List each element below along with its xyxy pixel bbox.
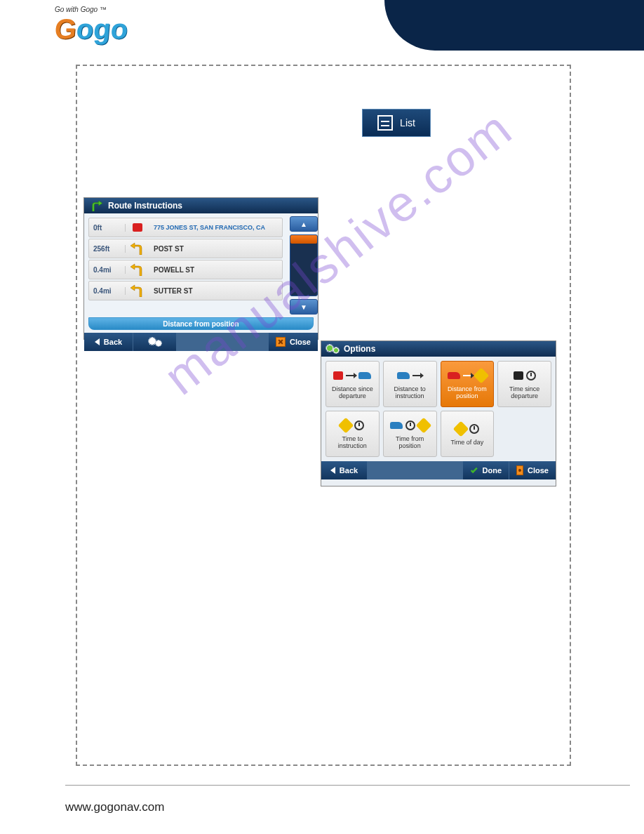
close-icon xyxy=(276,337,286,347)
option-label: Distance from position xyxy=(443,386,492,400)
list-icon xyxy=(377,115,393,131)
route-panel-title-bar: Route Instructions xyxy=(84,198,318,213)
route-row-distance: 256ft xyxy=(89,245,126,253)
car-icon xyxy=(358,372,371,379)
list-button-label: List xyxy=(400,117,415,128)
option-time-since-departure[interactable]: Time since departure xyxy=(497,361,551,407)
route-instructions-list: 0ft 775 JONES ST, SAN FRANCISCO, CA 256f… xyxy=(84,213,287,317)
gear-icon xyxy=(149,338,161,345)
close-label: Close xyxy=(528,466,549,475)
settings-button[interactable] xyxy=(133,333,177,351)
clock-icon xyxy=(526,371,536,380)
arrow-icon xyxy=(346,375,356,376)
route-row[interactable]: 256ft POST ST xyxy=(88,239,283,258)
route-row-distance: 0.4mi xyxy=(89,287,126,295)
logo-tagline: Go with Gogo ™ xyxy=(55,6,167,13)
close-icon xyxy=(516,465,523,475)
check-icon xyxy=(470,465,478,475)
sign-icon xyxy=(416,418,432,434)
option-label: Time of day xyxy=(451,439,484,446)
route-row[interactable]: 0.4mi SUTTER ST xyxy=(88,281,283,300)
route-row-name: SUTTER ST xyxy=(149,287,282,295)
back-label: Back xyxy=(104,338,122,346)
option-time-to-instruction[interactable]: Time to instruction xyxy=(326,411,380,457)
route-row-distance: 0.4mi xyxy=(89,266,126,274)
scroll-up-button[interactable]: ▲ xyxy=(290,216,318,232)
back-button[interactable]: Back xyxy=(321,461,368,479)
option-distance-since-departure[interactable]: Distance since departure xyxy=(326,361,380,407)
route-scrollbar: ▲ ▼ xyxy=(287,213,318,317)
scroll-down-button[interactable]: ▼ xyxy=(290,299,318,315)
route-instructions-panel: Route Instructions 0ft 775 JONES ST, SAN… xyxy=(83,197,318,340)
options-panel-title: Options xyxy=(344,344,375,354)
clock-icon xyxy=(469,424,479,434)
back-label: Back xyxy=(340,466,358,475)
option-time-of-day[interactable]: Time of day xyxy=(441,411,495,457)
car-icon xyxy=(397,372,410,379)
route-row[interactable]: 0.4mi POWELL ST xyxy=(88,260,283,279)
turn-left-icon xyxy=(126,284,149,297)
footer-divider xyxy=(65,785,630,786)
option-label: Distance since departure xyxy=(328,386,377,400)
brand-logo: Go with Gogo ™ Gogo xyxy=(55,6,167,49)
option-distance-to-instruction[interactable]: Distance to instruction xyxy=(383,361,437,407)
option-label: Time from position xyxy=(385,436,435,450)
close-button[interactable]: Close xyxy=(269,333,318,351)
sign-icon xyxy=(453,421,469,437)
options-panel-title-bar: Options xyxy=(321,341,556,357)
destination-flag-icon xyxy=(126,223,149,232)
route-row[interactable]: 0ft 775 JONES ST, SAN FRANCISCO, CA xyxy=(88,218,283,237)
arrow-icon xyxy=(412,375,422,376)
flag-icon xyxy=(514,371,523,380)
scroll-thumb[interactable] xyxy=(290,235,317,244)
turn-right-icon xyxy=(90,200,102,211)
list-button[interactable]: List xyxy=(362,109,431,137)
logo-text-ogo: ogo xyxy=(75,13,129,45)
option-label: Time to instruction xyxy=(328,436,377,450)
sign-icon xyxy=(338,418,354,434)
clock-icon xyxy=(354,421,364,430)
gear-icon xyxy=(327,345,338,352)
close-label: Close xyxy=(290,338,311,346)
options-bottom-bar: Back Done Close xyxy=(321,461,556,479)
done-button[interactable]: Done xyxy=(463,461,509,479)
header-curve xyxy=(384,0,644,51)
option-time-from-position[interactable]: Time from position xyxy=(383,411,437,457)
option-label: Time since departure xyxy=(499,386,549,400)
route-mode-label: Distance from position xyxy=(88,317,314,330)
option-label: Distance to instruction xyxy=(385,386,435,400)
back-arrow-icon xyxy=(95,338,100,345)
route-row-name: POWELL ST xyxy=(149,266,282,274)
route-row-distance: 0ft xyxy=(89,224,126,232)
logo-text-g: G xyxy=(53,13,78,45)
close-button[interactable]: Close xyxy=(509,461,556,479)
route-row-name: POST ST xyxy=(149,245,282,253)
arrow-icon xyxy=(463,375,473,376)
route-bottom-bar: Back Close xyxy=(84,333,318,351)
options-panel: Options Distance since departure Distanc… xyxy=(321,340,556,486)
back-arrow-icon xyxy=(330,467,335,474)
bar-spacer xyxy=(177,333,269,351)
footer-url: www.gogonav.com xyxy=(65,800,164,814)
route-row-name: 775 JONES ST, SAN FRANCISCO, CA xyxy=(149,224,282,231)
clock-icon xyxy=(405,421,415,430)
sign-icon xyxy=(474,368,490,384)
done-label: Done xyxy=(483,466,502,475)
car-icon xyxy=(448,372,460,379)
back-button[interactable]: Back xyxy=(84,333,133,351)
turn-left-icon xyxy=(126,263,149,276)
bar-spacer xyxy=(368,461,463,479)
scroll-track[interactable] xyxy=(290,234,318,296)
flag-icon xyxy=(333,371,343,380)
option-distance-from-position[interactable]: Distance from position xyxy=(441,361,495,407)
car-icon xyxy=(390,422,403,429)
route-panel-title: Route Instructions xyxy=(108,201,182,211)
turn-left-icon xyxy=(126,242,149,255)
options-grid: Distance since departure Distance to ins… xyxy=(321,357,556,461)
